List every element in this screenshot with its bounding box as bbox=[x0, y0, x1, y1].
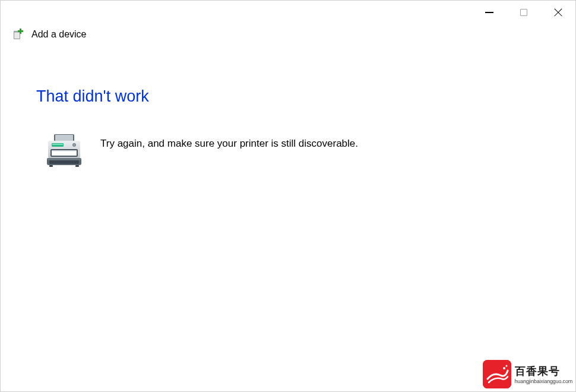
watermark: 百香果号 huangjinbaixiangguo.com bbox=[483, 360, 572, 388]
svg-rect-18 bbox=[49, 160, 79, 164]
message-row: Try again, and make sure your printer is… bbox=[36, 134, 540, 167]
maximize-icon bbox=[520, 9, 527, 16]
error-message: Try again, and make sure your printer is… bbox=[100, 134, 358, 150]
svg-rect-4 bbox=[18, 30, 23, 32]
svg-rect-15 bbox=[52, 150, 77, 151]
close-icon bbox=[553, 8, 563, 17]
window-titlebar bbox=[1, 1, 575, 23]
svg-rect-17 bbox=[47, 158, 81, 160]
minimize-icon bbox=[485, 12, 493, 13]
printer-icon bbox=[46, 134, 83, 167]
watermark-text: 百香果号 huangjinbaixiangguo.com bbox=[515, 364, 572, 384]
svg-point-22 bbox=[503, 367, 505, 369]
maximize-button[interactable] bbox=[507, 3, 541, 22]
svg-point-12 bbox=[74, 144, 75, 146]
dialog-content: That didn't work bbox=[1, 41, 575, 167]
watermark-url: huangjinbaixiangguo.com bbox=[515, 378, 572, 384]
watermark-name: 百香果号 bbox=[515, 364, 560, 378]
svg-rect-20 bbox=[75, 165, 79, 167]
close-button[interactable] bbox=[541, 3, 575, 22]
svg-rect-6 bbox=[55, 135, 73, 141]
dialog-header: Add a device bbox=[1, 23, 575, 41]
svg-point-23 bbox=[505, 365, 507, 367]
dialog-title: Add a device bbox=[31, 29, 87, 40]
minimize-button[interactable] bbox=[472, 3, 507, 22]
add-device-icon bbox=[12, 28, 26, 41]
svg-rect-19 bbox=[49, 165, 53, 167]
error-heading: That didn't work bbox=[36, 87, 540, 106]
watermark-logo-icon bbox=[483, 360, 511, 388]
svg-rect-10 bbox=[52, 144, 63, 145]
